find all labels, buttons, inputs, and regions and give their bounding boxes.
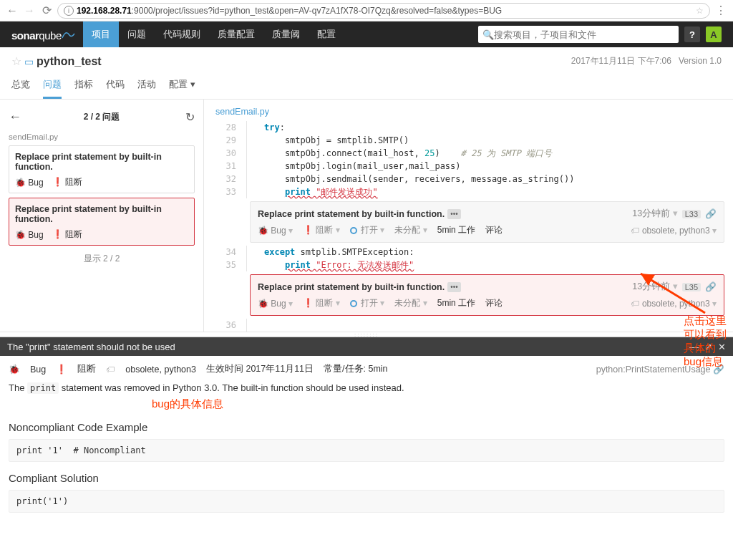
severity-icon: ❗ <box>303 298 314 308</box>
app-navbar: sonarqube 项目问题代码规则质量配置质量阈配置 🔍 ? A <box>0 21 733 47</box>
tab-1[interactable]: 问题 <box>43 74 62 99</box>
bookmark-star-icon[interactable]: ☆ <box>696 6 704 16</box>
sidebar-issue-0[interactable]: Replace print statement by built-in func… <box>9 145 195 193</box>
issue-type[interactable]: Bug <box>271 226 293 236</box>
close-icon[interactable]: ✕ <box>718 342 726 352</box>
nav-back-icon[interactable]: ← <box>6 4 19 17</box>
permalink-icon[interactable]: 🔗 <box>705 208 717 219</box>
brand-logo[interactable]: sonarqube <box>11 28 77 42</box>
issue-age[interactable]: 13分钟前 <box>632 208 677 220</box>
sidebar-issue-1[interactable]: Replace print statement by built-in func… <box>9 198 195 246</box>
rule-title: The "print" statement should not be used <box>7 342 175 352</box>
help-icon[interactable]: ? <box>684 26 700 42</box>
permalink-icon[interactable]: 🔗 <box>705 281 717 292</box>
rule-debt: 常量/任务: 5min <box>324 363 388 375</box>
issue-effort: 5min 工作 <box>437 297 475 309</box>
issue-more-icon[interactable]: ••• <box>447 209 461 219</box>
rule-active-since: 生效时间 2017年11月11日 <box>206 363 314 375</box>
issue-status[interactable]: 打开 <box>361 225 384 235</box>
issue-message: Replace print statement by built-in func… <box>258 209 445 219</box>
url-path: :9000/project/issues?id=python_test&open… <box>132 6 502 16</box>
issue-tags[interactable]: obsolete, python3 <box>642 299 717 309</box>
code-line-28: 28try: <box>204 121 733 134</box>
rule-severity[interactable]: 阻断 <box>77 363 96 375</box>
code-line-29: 29 smtpObj = smtplib.SMTP() <box>204 134 733 147</box>
code-line-31: 31 smtpObj.login(mail_user,mail_pass) <box>204 160 733 173</box>
project-tabs: 总览问题指标代码活动配置 ▾ <box>11 74 722 99</box>
global-search-input[interactable] <box>494 29 674 40</box>
severity-icon: ❗ <box>52 229 63 239</box>
refresh-icon[interactable]: ↻ <box>185 110 195 124</box>
tab-2[interactable]: 指标 <box>74 74 93 99</box>
inline-issue-block-active[interactable]: Replace print statement by built-in func… <box>250 274 724 316</box>
issue-effort: 5min 工作 <box>437 224 475 236</box>
permalink-icon[interactable]: 🔗 <box>713 365 724 375</box>
project-icon: ▭ <box>24 56 34 67</box>
annotation-text-2: bug的具体信息 <box>152 397 724 411</box>
reload-icon[interactable]: ⟳ <box>40 4 53 17</box>
sidebar-footer: 显示 2 / 2 <box>9 253 195 265</box>
nav-item-4[interactable]: 质量阈 <box>263 21 309 47</box>
browser-menu-icon[interactable]: ⋮ <box>714 4 727 17</box>
nav-item-2[interactable]: 代码规则 <box>155 21 209 47</box>
issue-severity[interactable]: 阻断 <box>316 225 339 235</box>
bug-icon: 🐞 <box>15 178 26 188</box>
nav-forward-icon[interactable]: → <box>23 4 36 17</box>
file-breadcrumb[interactable]: sendEmail.py <box>204 107 733 121</box>
issue-title: Replace print statement by built-in func… <box>15 152 188 172</box>
issue-severity[interactable]: 阻断 <box>316 298 339 308</box>
minimize-icon[interactable]: — <box>689 342 699 352</box>
bug-icon: 🐞 <box>258 299 268 309</box>
inline-issue-block[interactable]: Replace print statement by built-in func… <box>250 201 724 243</box>
issue-tags[interactable]: obsolete, python3 <box>642 226 717 236</box>
favorite-icon[interactable]: ☆ <box>11 54 21 68</box>
search-icon: 🔍 <box>482 29 494 40</box>
rule-panel-body: 🐞Bug ❗阻断 🏷obsolete, python3 生效时间 2017年11… <box>0 356 733 520</box>
nav-item-1[interactable]: 问题 <box>119 21 155 47</box>
rule-description: The print statement was removed in Pytho… <box>9 382 724 393</box>
severity-icon: ❗ <box>56 364 67 375</box>
bug-icon: 🐞 <box>15 230 26 240</box>
nav-item-3[interactable]: 质量配置 <box>209 21 263 47</box>
code-line-30: 30 smtpObj.connect(mail_host, 25) # 25 为… <box>204 147 733 160</box>
issue-status[interactable]: 打开 <box>361 298 384 308</box>
severity-icon: ❗ <box>303 225 314 235</box>
rule-type[interactable]: Bug <box>30 365 46 375</box>
url-bar[interactable]: i 192.168.28.71:9000/project/issues?id=p… <box>57 3 710 19</box>
project-version: Version 1.0 <box>679 56 722 66</box>
issue-comment-link[interactable]: 评论 <box>485 297 503 309</box>
code-line-35: 35 print "Error: 无法发送邮件" <box>204 259 733 271</box>
expand-icon[interactable]: ⤢ <box>704 342 712 352</box>
issue-counter: 2 / 2 问题 <box>84 111 120 123</box>
tab-5[interactable]: 配置 ▾ <box>169 74 195 99</box>
nav-item-5[interactable]: 配置 <box>309 21 344 47</box>
project-name[interactable]: python_test <box>37 55 102 68</box>
issue-more-icon[interactable]: ••• <box>447 282 461 292</box>
noncompliant-heading: Noncompliant Code Example <box>9 421 724 433</box>
issue-age[interactable]: 13分钟前 <box>632 281 677 293</box>
site-info-icon[interactable]: i <box>64 6 74 16</box>
issue-assign[interactable]: 未分配 <box>394 224 427 236</box>
rule-key[interactable]: python:PrintStatementUsage <box>596 365 711 375</box>
bug-icon: 🐞 <box>9 364 20 375</box>
noncompliant-code: print '1' # Noncompliant <box>9 439 724 462</box>
issue-assign[interactable]: 未分配 <box>394 297 427 309</box>
bug-icon: 🐞 <box>258 226 268 236</box>
tab-3[interactable]: 代码 <box>106 74 125 99</box>
tab-4[interactable]: 活动 <box>137 74 156 99</box>
line-badge: L33 <box>682 210 701 218</box>
issue-type[interactable]: Bug <box>271 299 293 309</box>
issue-comment-link[interactable]: 评论 <box>485 224 503 236</box>
tag-icon: 🏷 <box>631 226 639 236</box>
user-avatar[interactable]: A <box>706 26 722 42</box>
code-line-33: 33 print "邮件发送成功" <box>204 185 733 198</box>
rule-tags[interactable]: obsolete, python3 <box>125 365 196 375</box>
nav-item-0[interactable]: 项目 <box>83 21 119 47</box>
url-host: 192.168.28.71 <box>77 6 132 16</box>
global-search[interactable]: 🔍 <box>478 26 679 43</box>
tab-0[interactable]: 总览 <box>11 74 30 99</box>
panel-splitter[interactable]: :::::::: <box>0 332 733 337</box>
back-arrow-icon[interactable]: ← <box>9 110 21 125</box>
browser-toolbar: ← → ⟳ i 192.168.28.71:9000/project/issue… <box>0 0 733 21</box>
analysis-date: 2017年11月11日 下午7:06 <box>571 56 671 66</box>
